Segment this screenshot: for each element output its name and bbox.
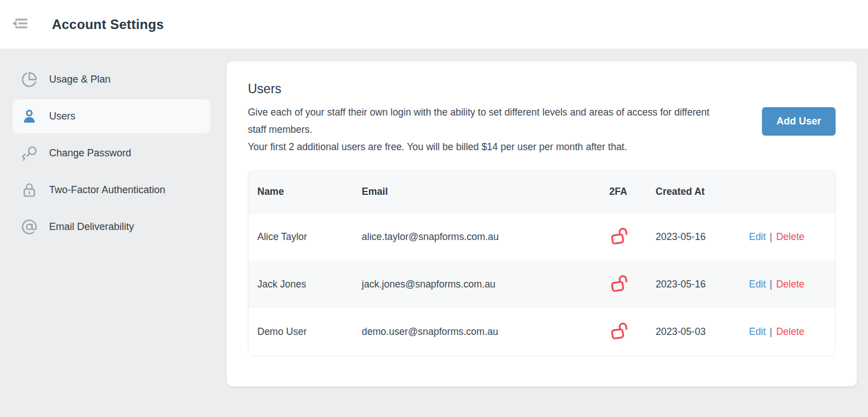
lock-icon [21,182,37,198]
sidebar-item-users[interactable]: Users [12,99,210,133]
sidebar-item-label: Change Password [49,147,131,159]
sidebar-item-two-factor[interactable]: Two-Factor Authentication [12,173,210,207]
delete-user-link[interactable]: Delete [776,279,804,290]
users-panel: Users Give each of your staff their own … [227,61,857,386]
sidebar-item-usage-plan[interactable]: Usage & Plan [12,63,210,97]
unlock-icon [608,271,631,294]
settings-sidebar: Usage & Plan Users Change Password [12,63,210,247]
edit-user-link[interactable]: Edit [749,279,766,290]
user-name: Demo User [248,308,353,356]
user-icon [21,108,37,124]
sidebar-item-label: Users [49,111,75,122]
table-row: Demo User demo.user@snapforms.com.au 202… [248,308,835,356]
table-header-row: Name Email 2FA Created At [248,171,835,213]
user-email: demo.user@snapforms.com.au [353,308,601,356]
users-table: Name Email 2FA Created At Alice Taylor a… [248,170,836,356]
sidebar-item-email-deliverability[interactable]: Email Deliverability [12,210,210,244]
user-created-at: 2023-05-16 [647,213,740,261]
action-separator: | [770,279,773,290]
users-description: Give each of your staff their own login … [248,104,728,138]
sidebar-collapse-button[interactable] [11,17,29,32]
sidebar-item-label: Usage & Plan [49,74,111,85]
at-sign-icon [21,219,37,235]
column-header-email: Email [353,171,601,213]
user-created-at: 2023-05-16 [647,261,740,308]
unlock-icon [608,224,631,247]
page-title: Account Settings [52,17,164,32]
column-header-2fa: 2FA [601,171,647,213]
unlock-icon [608,319,631,342]
top-bar: Account Settings [0,0,868,49]
sidebar-item-label: Email Deliverability [49,221,134,233]
column-header-name: Name [248,171,353,213]
action-separator: | [770,231,773,242]
table-row: Alice Taylor alice.taylor@snapforms.com.… [248,213,835,261]
column-header-created-at: Created At [647,171,740,213]
sidebar-item-label: Two-Factor Authentication [49,184,165,196]
column-header-actions [740,171,835,213]
user-email: alice.taylor@snapforms.com.au [353,213,601,261]
action-separator: | [770,326,773,337]
add-user-button[interactable]: Add User [762,107,836,136]
delete-user-link[interactable]: Delete [776,231,804,242]
panel-title: Users [248,82,728,97]
user-email: jack.jones@snapforms.com.au [353,261,601,308]
delete-user-link[interactable]: Delete [776,326,804,337]
user-name: Alice Taylor [248,213,353,261]
edit-user-link[interactable]: Edit [749,326,766,337]
user-name: Jack Jones [248,261,353,308]
user-created-at: 2023-05-03 [647,308,740,356]
pie-chart-icon [21,71,37,88]
edit-user-link[interactable]: Edit [749,231,766,242]
table-row: Jack Jones jack.jones@snapforms.com.au 2… [248,261,835,308]
users-billing-note: Your first 2 additional users are free. … [248,138,728,156]
sidebar-item-change-password[interactable]: Change Password [12,136,210,170]
outdent-icon [12,16,28,32]
key-icon [21,145,37,161]
